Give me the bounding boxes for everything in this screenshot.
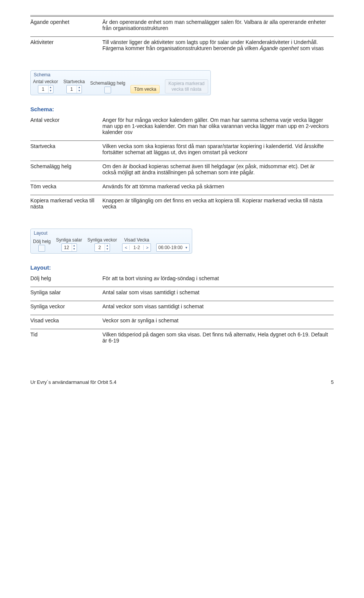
spinner-value: 1: [67, 85, 77, 93]
desc-cell: För att ta bort visning av lördag-söndag…: [102, 273, 334, 287]
page: Ägande openhet Är den opererande enhet s…: [0, 0, 364, 396]
label: Synliga salar: [56, 237, 82, 243]
ribbon-group-title: Schema: [33, 72, 208, 77]
table-row: Ägande openhet Är den opererande enhet s…: [30, 17, 334, 37]
control-visad-vecka: Visad Vecka < 1-2 >: [122, 237, 151, 252]
checkbox-schemalagg-helg[interactable]: [104, 87, 111, 93]
definition-table-layout: Dölj helg För att ta bort visning av lör…: [30, 273, 334, 349]
table-row: Schemalägg helg Om den är ibockad kopier…: [30, 161, 334, 181]
control-antal-veckor: Antal veckor 1 ▲▼: [33, 79, 58, 93]
term-cell: Startvecka: [30, 141, 102, 161]
term-cell: Töm vecka: [30, 181, 102, 195]
dropdown-tid[interactable]: 06:00-19:00 ▼: [156, 243, 190, 252]
chevron-up-icon[interactable]: ▲: [77, 85, 82, 89]
control-startvecka: Startvecka 1 ▲▼: [63, 79, 85, 93]
control-dolj-helg: Dölj helg: [33, 239, 51, 252]
chevron-down-icon[interactable]: ▼: [49, 89, 53, 92]
section-heading-layout: Layout:: [30, 264, 334, 271]
spinner-arrows[interactable]: ▲▼: [72, 244, 77, 251]
table-row: Kopiera markerad vecka till nästa Knappe…: [30, 195, 334, 215]
desc-cell: Är den opererande enhet som man schemalä…: [102, 17, 334, 37]
term-cell: Ägande openhet: [30, 17, 102, 37]
table-row: Tid Vilken tidsperiod på dagen som ska v…: [30, 329, 334, 349]
control-schemalagg-helg: Schemalägg helg: [90, 80, 126, 93]
spinner-startvecka[interactable]: 1 ▲▼: [66, 85, 82, 93]
label: Synliga veckor: [87, 237, 117, 243]
term-cell: Antal veckor: [30, 115, 102, 141]
desc-cell: Knappen är tillgänglig om det finns en v…: [102, 195, 334, 215]
chevron-up-icon[interactable]: ▲: [49, 85, 53, 89]
table-row: Dölj helg För att ta bort visning av lör…: [30, 273, 334, 287]
spinner-synliga-salar[interactable]: 12 ▲▼: [61, 243, 77, 252]
desc-cell: Används för att tömma markerad vecka på …: [102, 181, 334, 195]
desc-cell: Om den är ibockad kopieras schemat även …: [102, 161, 334, 181]
chevron-right-icon[interactable]: >: [143, 245, 151, 250]
term-cell: Aktiviteter: [30, 37, 102, 57]
desc-cell: Antal salar som visas samtidigt i schema…: [102, 287, 334, 301]
spinner-synliga-veckor[interactable]: 2 ▲▼: [94, 243, 110, 252]
ribbon-layout: Layout Dölj helg Synliga salar 12 ▲▼ Syn…: [30, 229, 192, 254]
button-line1: Kopiera markerad: [168, 81, 204, 86]
term-cell: Dölj helg: [30, 273, 102, 287]
spinner-arrows[interactable]: ▲▼: [105, 244, 110, 251]
spinner-value: 1: [38, 85, 48, 93]
label: Schemalägg helg: [90, 80, 126, 86]
control-synliga-veckor: Synliga veckor 2 ▲▼: [87, 237, 117, 252]
term-cell: Tid: [30, 329, 102, 349]
label: Visad Vecka: [124, 237, 149, 243]
tom-vecka-button[interactable]: Töm vecka: [130, 85, 160, 93]
spinner-value: 2: [95, 244, 105, 251]
table-row: Visad vecka Veckor som är synliga i sche…: [30, 315, 334, 329]
spinner-arrows[interactable]: ▲▼: [48, 85, 53, 93]
spinner-value: 12: [62, 244, 72, 251]
table-row: Synliga salar Antal salar som visas samt…: [30, 287, 334, 301]
controls-row: Antal veckor 1 ▲▼ Startvecka 1 ▲▼ Schema…: [33, 79, 208, 93]
desc-cell: Antal veckor som visas samtidigt i schem…: [102, 301, 334, 315]
label: [173, 237, 174, 243]
italic-text: Ägande openhet: [260, 45, 299, 51]
definition-table-schema: Antal veckor Anger för hur många veckor …: [30, 115, 334, 215]
control-synliga-salar: Synliga salar 12 ▲▼: [56, 237, 82, 252]
nav-visad-vecka[interactable]: < 1-2 >: [122, 243, 151, 252]
table-row: Aktiviteter Till vänster ligger de aktiv…: [30, 37, 334, 57]
label: Antal veckor: [33, 79, 58, 84]
term-cell: Visad vecka: [30, 315, 102, 329]
desc-cell: Anger för hur många veckor kalendern gäl…: [102, 115, 334, 141]
footer-left: Ur Evry´s användarmanual för Orbit 5.4: [30, 379, 116, 385]
spinner-antal-veckor[interactable]: 1 ▲▼: [38, 85, 53, 93]
footer: Ur Evry´s användarmanual för Orbit 5.4 5: [30, 379, 334, 385]
spinner-arrows[interactable]: ▲▼: [77, 85, 82, 93]
ribbon-group-title: Layout: [33, 230, 190, 236]
term-cell: Schemalägg helg: [30, 161, 102, 181]
chevron-down-icon[interactable]: ▼: [185, 246, 188, 249]
term-cell: Synliga veckor: [30, 301, 102, 315]
button-line2: vecka till nästa: [172, 87, 202, 92]
dropdown-value: 06:00-19:00: [158, 245, 182, 250]
term-cell: Kopiera markerad vecka till nästa: [30, 195, 102, 215]
desc-cell: Vilken tidsperiod på dagen som ska visas…: [102, 329, 334, 349]
label: Dölj helg: [33, 239, 51, 244]
table-row: Synliga veckor Antal veckor som visas sa…: [30, 301, 334, 315]
table-row: Antal veckor Anger för hur många veckor …: [30, 115, 334, 141]
chevron-down-icon[interactable]: ▼: [72, 247, 77, 251]
text: som visas: [299, 45, 324, 51]
desc-cell: Vilken vecka som ska kopieras först då m…: [102, 141, 334, 161]
chevron-down-icon[interactable]: ▼: [105, 247, 110, 251]
kopiera-vecka-button: Kopiera markerad vecka till nästa: [165, 79, 208, 93]
chevron-up-icon[interactable]: ▲: [72, 244, 77, 247]
table-row: Startvecka Vilken vecka som ska kopieras…: [30, 141, 334, 161]
term-cell: Synliga salar: [30, 287, 102, 301]
controls-row: Dölj helg Synliga salar 12 ▲▼ Synliga ve…: [33, 237, 190, 252]
divider: [30, 15, 334, 16]
checkbox-dolj-helg[interactable]: [38, 245, 45, 252]
desc-cell: Veckor som är synliga i schemat: [102, 315, 334, 329]
chevron-up-icon[interactable]: ▲: [105, 244, 110, 247]
footer-page-number: 5: [331, 379, 334, 385]
label: Startvecka: [63, 79, 85, 84]
chevron-down-icon[interactable]: ▼: [77, 89, 82, 92]
ribbon-schema: Schema Antal veckor 1 ▲▼ Startvecka 1 ▲▼…: [30, 70, 211, 95]
desc-cell: Till vänster ligger de aktiviteter som l…: [102, 37, 334, 57]
chevron-left-icon[interactable]: <: [122, 245, 130, 250]
table-row: Töm vecka Används för att tömma markerad…: [30, 181, 334, 195]
nav-value: 1-2: [130, 245, 143, 250]
